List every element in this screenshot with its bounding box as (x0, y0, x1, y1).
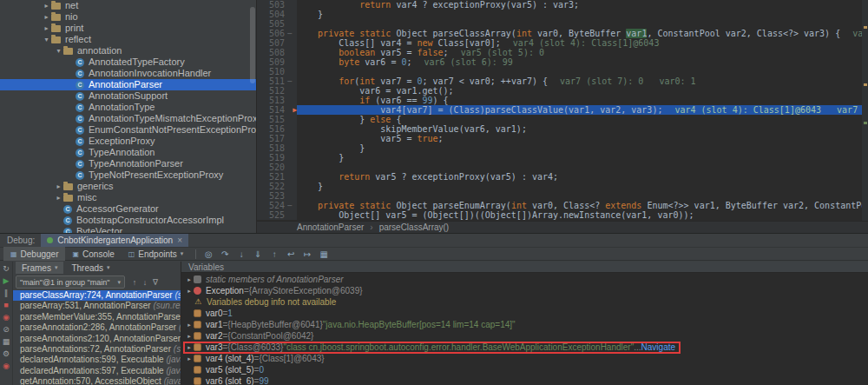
settings-icon[interactable]: ⚙ (1, 349, 12, 358)
tree-item[interactable]: ▸print (0, 23, 256, 34)
hide-library-frames-icon[interactable]: ∇ (150, 278, 161, 287)
stack-frame-row[interactable]: declaredAnnotations:599, Executable (jav… (13, 355, 181, 365)
line-number[interactable]: 516 (262, 124, 285, 134)
stack-frame-row[interactable]: declaredAnnotations:597, Executable (jav… (13, 366, 181, 376)
line-number[interactable]: 522 (262, 182, 285, 191)
evaluate-expression-icon[interactable]: ▦ (317, 249, 331, 259)
line-number[interactable]: 506 (262, 29, 285, 38)
tree-item[interactable]: CAnnotationTypeMismatchExceptionProxy (0, 113, 256, 124)
variable-row[interactable]: var0 = 1 (181, 308, 868, 319)
code-line[interactable]: 510 (257, 67, 868, 76)
chevron-down-icon[interactable]: ▾ (42, 34, 51, 45)
chevron-right-icon[interactable]: ▸ (54, 181, 63, 192)
code-line[interactable]: 519 } (257, 153, 868, 163)
code-line[interactable]: 515 } else { (257, 115, 868, 124)
line-number[interactable]: 520 (262, 163, 285, 172)
code-line[interactable]: 507 Class[] var4 = new Class[var0];var4 … (257, 38, 868, 48)
code-line[interactable]: 516 skipMemberValue(var6, var1); (257, 124, 868, 134)
chevron-right-icon[interactable]: ▸ (42, 0, 51, 11)
tab-console[interactable]: ▣Console (65, 247, 121, 261)
variable-row[interactable]: ▸var2 = {ConstantPool@6042} (181, 330, 868, 342)
code-line[interactable]: 520 (257, 163, 868, 172)
tree-item[interactable]: ▸misc (0, 192, 256, 203)
line-number[interactable]: 519 (262, 153, 285, 163)
line-number[interactable]: 514 (262, 105, 285, 115)
code-line[interactable]: 504 } (257, 10, 868, 19)
tree-item[interactable]: CBootstrapConstructorAccessorImpl (0, 215, 256, 226)
navigate-link[interactable]: Navigate (641, 342, 675, 353)
chevron-right-icon[interactable]: ▸ (185, 342, 194, 353)
variable-row[interactable]: ▸var1 = {HeapByteBuffer@6041} "java.nio.… (181, 319, 868, 330)
stop-icon[interactable]: ■ (1, 301, 12, 309)
pause-icon[interactable]: ∥ (1, 289, 12, 297)
tree-item[interactable]: CTypeNotPresentExceptionProxy (0, 169, 256, 181)
tree-item[interactable]: CEnumConstantNotPresentExceptionProxy (0, 124, 256, 136)
tree-item[interactable]: ▸nio (0, 11, 256, 23)
line-number[interactable]: 518 (262, 143, 285, 153)
line-number[interactable]: 515 (262, 115, 285, 124)
resume-icon[interactable]: ▶ (1, 276, 12, 285)
code-line[interactable]: 511− for(int var7 = 0; var7 < var0; ++va… (257, 76, 868, 86)
code-line[interactable]: 509 byte var6 = 0;var6 (slot_6): 99 (257, 57, 868, 67)
fold-marker[interactable]: − (285, 29, 294, 38)
line-number[interactable]: 504 (262, 10, 285, 19)
stack-frame-row[interactable]: parseArray:531, AnnotationParser (sun.re… (13, 301, 181, 311)
breadcrumb-class[interactable]: AnnotationParser (297, 222, 364, 233)
variable-row[interactable]: ▸var3 = {Class@6033} "class cn.jboost.sp… (181, 342, 868, 353)
tree-item[interactable]: CAccessorGenerator (0, 203, 256, 215)
code-line[interactable]: 514▶ var4[var7] = (Class)parseClassValue… (257, 105, 868, 115)
line-number[interactable]: 508 (262, 48, 285, 57)
chevron-right-icon[interactable]: ▸ (42, 23, 51, 34)
tree-item[interactable]: CTypeAnnotationParser (0, 158, 256, 169)
tab-endpoints[interactable]: ◫Endpoints▾ (122, 247, 191, 261)
code-line[interactable]: 521 return var5 ? exceptionProxy(var5) :… (257, 172, 868, 182)
variable-row[interactable]: ▸Exception = {ArrayStoreException@6039} (181, 285, 868, 296)
next-frame-icon[interactable]: ↓ (140, 278, 150, 287)
chevron-down-icon[interactable]: ▾ (54, 45, 63, 56)
variable-row[interactable]: ⚠Variables debug info not available (181, 296, 868, 308)
debug-session-tab[interactable]: CnbotKindergartenApplication × (41, 234, 188, 247)
variable-row[interactable]: ▸var4 (slot_4) = {Class[1]@6043} (181, 353, 868, 364)
line-number[interactable]: 509 (262, 57, 285, 67)
rerun-icon[interactable]: ↻ (1, 264, 12, 273)
tab-frames[interactable]: Frames▾ (16, 262, 63, 274)
chevron-right-icon[interactable]: ▸ (185, 274, 194, 285)
stack-frame-row[interactable]: getAnnotation:570, AccessibleObject (jav… (13, 376, 181, 385)
chevron-right-icon[interactable]: ▸ (185, 319, 194, 330)
breadcrumb-method[interactable]: parseClassArray() (379, 222, 450, 233)
stack-frame-row[interactable]: parseAnnotations:72, AnnotationParser (s… (13, 344, 181, 355)
line-number[interactable]: 525 (262, 210, 285, 220)
tree-item[interactable]: CAnnotatedTypeFactory (0, 56, 256, 68)
line-number[interactable]: 521 (262, 172, 285, 182)
stack-frame-row[interactable]: parseMemberValue:355, AnnotationParser (… (13, 312, 181, 322)
previous-frame-icon[interactable]: ↑ (129, 278, 140, 287)
tree-item[interactable]: CAnnotationInvocationHandler (0, 68, 256, 79)
tree-item[interactable]: ▾annotation (0, 45, 256, 56)
chevron-right-icon[interactable]: ▸ (185, 285, 194, 296)
code-line[interactable]: 506− private static Object parseClassArr… (257, 29, 868, 38)
tree-item[interactable]: CAnnotationType (0, 102, 256, 113)
step-over-icon[interactable]: ↷ (218, 249, 232, 259)
stack-frame-row[interactable]: parseAnnotations2:120, AnnotationParser … (13, 334, 181, 344)
tree-item[interactable]: CAnnotationParser (0, 79, 256, 90)
code-line[interactable]: 508 boolean var5 = false;var5 (slot_5): … (257, 48, 868, 57)
variable-row[interactable]: var6 (slot_6) = 99 (181, 375, 868, 385)
stack-frame-row[interactable]: parseAnnotation2:286, AnnotationParser (… (13, 322, 181, 333)
line-number[interactable]: 505 (262, 19, 285, 29)
editor-scrollbar[interactable] (862, 0, 868, 221)
restore-layout-icon[interactable]: ▦ (1, 337, 12, 346)
tree-item[interactable]: CTypeAnnotation (0, 147, 256, 158)
line-number[interactable]: 524 (262, 201, 285, 210)
code-line[interactable]: 525 Object[] var5 = (Object[])((Object[]… (257, 210, 868, 220)
fold-marker[interactable]: − (285, 201, 294, 210)
code-line[interactable]: 512 var6 = var1.get(); (257, 86, 868, 96)
chevron-right-icon[interactable]: ▸ (54, 192, 63, 203)
chevron-right-icon[interactable]: ▸ (185, 330, 194, 342)
drop-frame-icon[interactable]: ↩ (284, 249, 298, 259)
tree-item[interactable]: ▸generics (0, 181, 256, 192)
editor-panel[interactable]: 503 return var4 ? exceptionProxy(var5) :… (257, 0, 868, 221)
tree-item[interactable]: CExceptionProxy (0, 136, 256, 147)
line-number[interactable]: 510 (262, 67, 285, 76)
tab-threads[interactable]: Threads▾ (65, 262, 115, 274)
code-line[interactable]: 505 (257, 19, 868, 29)
